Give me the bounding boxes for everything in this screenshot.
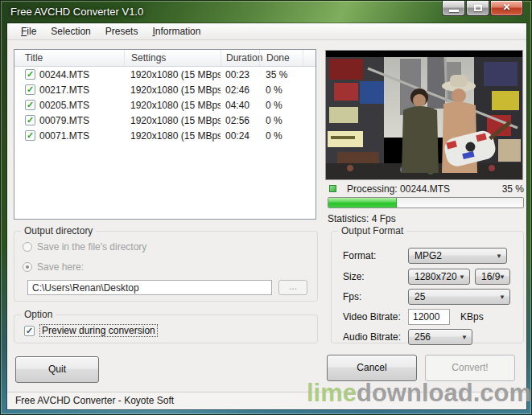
file-settings: 1920x1080 (15 MBps) [124, 100, 221, 111]
processing-status-row: Processing: 00244.MTS 35 % [328, 183, 524, 195]
radio-selected-icon [23, 262, 32, 272]
processing-label: Processing: 00244.MTS [347, 183, 450, 195]
menu-presets[interactable]: Presets [98, 24, 146, 39]
row-checkbox[interactable]: ✓ [25, 84, 35, 95]
title-bar[interactable]: Free AVCHD Converter V1.0 ✕ [1, 1, 531, 23]
processing-percent: 35 % [502, 183, 524, 195]
processing-led-icon [329, 185, 336, 192]
file-settings: 1920x1080 (15 MBps) [124, 84, 221, 96]
maximize-button[interactable] [466, 1, 489, 16]
row-checkbox[interactable]: ✓ [25, 130, 35, 141]
output-path-input[interactable] [27, 280, 272, 295]
fps-value: 25 [414, 291, 425, 302]
file-done: 0 % [259, 130, 303, 142]
size-value: 1280x720 [414, 271, 457, 282]
chevron-down-icon: ▼ [496, 253, 502, 260]
window-title: Free AVCHD Converter V1.0 [10, 6, 143, 18]
video-bitrate-unit: KBps [460, 311, 484, 323]
chevron-down-icon: ▼ [459, 273, 465, 281]
statistics-label: Statistics: 4 Fps [328, 213, 396, 224]
app-window: Free AVCHD Converter V1.0 ✕ File Selecti… [0, 0, 532, 415]
fps-dropdown[interactable]: 25 ▼ [408, 289, 510, 305]
file-title: 00217.MTS [39, 84, 89, 96]
radio-save-in-file-directory[interactable]: Save in the file's directory [23, 241, 146, 253]
table-row[interactable]: ✓00217.MTS 1920x1080 (15 MBps) 02:46 0 % [14, 82, 315, 97]
radio-icon [23, 242, 32, 252]
video-bitrate-label: Video Bitrate: [343, 311, 401, 323]
file-done: 35 % [259, 69, 303, 80]
output-directory-group: Output directory Save in the file's dire… [14, 231, 318, 302]
table-header: Title Settings Duration Done [14, 50, 315, 67]
output-format-legend: Output Format [338, 225, 406, 236]
format-dropdown[interactable]: MPG2 ▼ [408, 248, 507, 264]
table-row[interactable]: ✓00244.MTS 1920x1080 (15 MBps) 00:23 35 … [14, 67, 315, 82]
file-settings: 1920x1080 (15 MBps) [124, 69, 221, 80]
file-settings: 1920x1080 (15 MBps) [124, 130, 221, 142]
minimize-button[interactable] [442, 1, 465, 16]
file-duration: 00:24 [221, 130, 259, 142]
file-duration: 02:56 [221, 115, 259, 126]
column-header-duration[interactable]: Duration [221, 50, 259, 66]
file-done: 0 % [259, 84, 303, 96]
progress-fill [328, 198, 397, 208]
chevron-down-icon: ▼ [499, 273, 505, 281]
file-title: 00079.MTS [39, 115, 89, 126]
preview-checkbox[interactable]: ✓ [24, 326, 35, 336]
row-checkbox[interactable]: ✓ [25, 100, 35, 110]
close-button[interactable]: ✕ [490, 1, 523, 16]
chevron-down-icon: ▼ [461, 334, 468, 341]
file-done: 0 % [259, 115, 303, 126]
video-bitrate-input[interactable] [408, 309, 450, 325]
file-duration: 04:40 [221, 100, 259, 111]
conversion-progress-bar [328, 197, 524, 208]
status-text: Free AVCHD Converter - Koyote Soft [15, 395, 174, 406]
cancel-button[interactable]: Cancel [327, 355, 417, 381]
chevron-down-icon: ▼ [499, 294, 505, 301]
option-group: Option ✓ Preview during conversion [14, 314, 318, 343]
table-row[interactable]: ✓00079.MTS 1920x1080 (15 MBps) 02:56 0 % [14, 113, 315, 128]
size-dropdown[interactable]: 1280x720 ▼ [408, 269, 470, 285]
aspect-ratio-value: 16/9 [481, 271, 500, 282]
audio-bitrate-label: Audio Bitrate: [343, 331, 401, 343]
browse-button[interactable]: ... [278, 280, 307, 295]
radio-save-here[interactable]: Save here: [23, 261, 84, 273]
menu-selection[interactable]: Selection [43, 24, 97, 39]
close-icon: ✕ [502, 2, 510, 13]
radio-label: Save in the file's directory [37, 241, 146, 253]
audio-bitrate-value: 256 [414, 331, 431, 343]
menu-information[interactable]: Information [145, 24, 208, 39]
file-settings: 1920x1080 (15 MBps) [124, 115, 221, 126]
video-preview [325, 50, 523, 180]
column-header-settings[interactable]: Settings [124, 50, 221, 66]
aspect-ratio-dropdown[interactable]: 16/9 ▼ [475, 269, 510, 285]
audio-bitrate-dropdown[interactable]: 256 ▼ [408, 329, 472, 345]
column-header-title[interactable]: Title [14, 50, 124, 66]
file-duration: 02:46 [221, 84, 259, 96]
column-header-done[interactable]: Done [259, 50, 303, 66]
file-title: 00205.MTS [39, 100, 89, 111]
minimize-icon [449, 10, 459, 12]
row-checkbox[interactable]: ✓ [25, 115, 35, 125]
file-title: 00071.MTS [39, 130, 89, 142]
video-frame-image [326, 51, 522, 179]
convert-button: Convert! [425, 355, 515, 381]
menu-bar: File Selection Presets Information [7, 23, 526, 40]
table-row[interactable]: ✓00071.MTS 1920x1080 (15 MBps) 00:24 0 % [14, 128, 315, 143]
column-header-filler [303, 50, 315, 66]
output-directory-legend: Output directory [21, 225, 96, 236]
menu-file[interactable]: File [14, 24, 43, 39]
quit-button[interactable]: Quit [15, 356, 99, 383]
option-legend: Option [21, 309, 56, 320]
file-list-table: Title Settings Duration Done ✓00244.MTS … [14, 49, 316, 220]
format-value: MPG2 [414, 250, 442, 261]
file-title: 00244.MTS [39, 69, 89, 80]
output-format-group: Output Format Format: MPG2 ▼ Size: 1280x… [331, 231, 524, 343]
file-duration: 00:23 [221, 69, 259, 80]
client-area: File Selection Presets Information Title… [7, 23, 526, 409]
table-row[interactable]: ✓00205.MTS 1920x1080 (15 MBps) 04:40 0 % [14, 97, 315, 113]
size-label: Size: [343, 271, 365, 282]
preview-checkbox-label[interactable]: Preview during conversion [39, 324, 158, 337]
row-checkbox[interactable]: ✓ [25, 69, 35, 80]
radio-label: Save here: [37, 261, 84, 273]
maximize-icon [474, 5, 482, 11]
